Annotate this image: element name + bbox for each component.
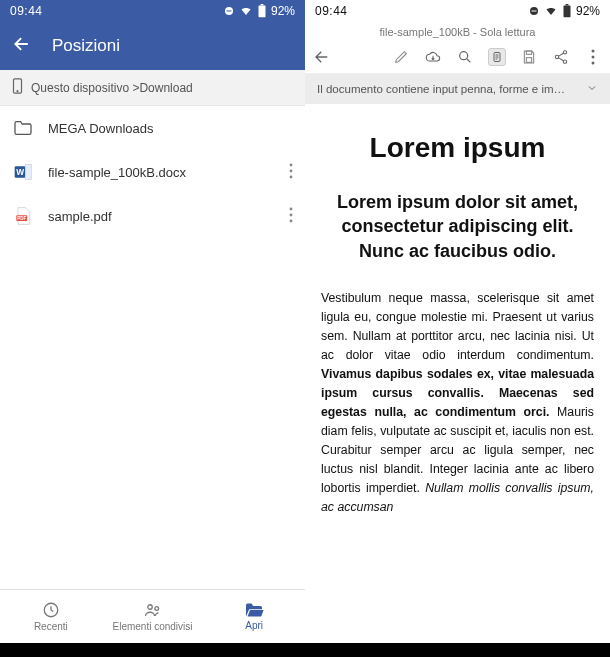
file-list: MEGA Downloads W file-sample_100kB.docx … <box>0 106 305 589</box>
svg-point-16 <box>290 219 293 222</box>
svg-point-35 <box>592 55 595 58</box>
list-item-pdf[interactable]: PDF sample.pdf <box>0 194 305 238</box>
breadcrumb[interactable]: Questo dispositivo >Download <box>0 70 305 106</box>
bottom-nav: Recenti Elementi condivisi Apri <box>0 589 305 643</box>
svg-rect-2 <box>258 5 265 17</box>
svg-point-24 <box>460 51 468 59</box>
battery-percent: 92% <box>576 4 600 18</box>
svg-point-9 <box>290 163 293 166</box>
svg-point-18 <box>147 605 152 610</box>
overflow-icon[interactable] <box>584 48 602 66</box>
wifi-icon <box>239 5 253 17</box>
svg-text:PDF: PDF <box>17 216 26 221</box>
list-item-label: sample.pdf <box>48 209 275 224</box>
more-icon[interactable] <box>289 207 293 226</box>
system-navbar <box>0 643 305 657</box>
battery-icon <box>257 4 267 18</box>
svg-point-15 <box>290 213 293 216</box>
svg-point-34 <box>592 49 595 52</box>
nav-recents[interactable]: Recenti <box>0 590 102 643</box>
device-icon <box>12 78 23 97</box>
svg-point-5 <box>17 91 18 92</box>
word-file-icon: W <box>12 162 34 182</box>
nav-label: Elementi condivisi <box>112 621 192 632</box>
list-item-docx[interactable]: W file-sample_100kB.docx <box>0 150 305 194</box>
svg-rect-1 <box>226 11 231 12</box>
share-icon[interactable] <box>552 48 570 66</box>
folder-icon <box>12 120 34 136</box>
svg-point-11 <box>290 175 293 178</box>
statusbar-time: 09:44 <box>315 4 348 18</box>
svg-rect-3 <box>261 4 264 5</box>
save-icon[interactable] <box>520 48 538 66</box>
dnd-icon <box>528 5 540 17</box>
notice-bar[interactable]: Il documento contiene input penna, forme… <box>305 74 610 104</box>
battery-icon <box>562 4 572 18</box>
svg-rect-22 <box>563 5 570 17</box>
nav-open[interactable]: Apri <box>203 590 305 643</box>
dnd-icon <box>223 5 235 17</box>
appbar: Posizioni <box>0 22 305 70</box>
back-icon[interactable] <box>313 48 331 66</box>
cloud-icon[interactable] <box>424 48 442 66</box>
nav-shared[interactable]: Elementi condivisi <box>102 590 204 643</box>
appbar-title: Posizioni <box>52 36 120 56</box>
breadcrumb-text: Questo dispositivo >Download <box>31 81 193 95</box>
doc-heading-1: Lorem ipsum <box>321 132 594 164</box>
svg-point-10 <box>290 169 293 172</box>
wifi-icon <box>544 5 558 17</box>
edit-icon[interactable] <box>392 48 410 66</box>
chevron-down-icon <box>586 82 598 96</box>
svg-text:W: W <box>16 167 24 177</box>
svg-rect-23 <box>566 4 569 5</box>
doc-paragraph: Vestibulum neque massa, scelerisque sit … <box>321 289 594 518</box>
svg-rect-8 <box>26 165 32 180</box>
svg-rect-21 <box>531 11 536 12</box>
battery-percent: 92% <box>271 4 295 18</box>
doc-heading-2: Lorem ipsum dolor sit amet, consectetur … <box>321 190 594 263</box>
pdf-file-icon: PDF <box>12 206 34 226</box>
back-icon[interactable] <box>12 34 32 58</box>
nav-label: Apri <box>245 620 263 631</box>
svg-point-14 <box>290 207 293 210</box>
more-icon[interactable] <box>289 163 293 182</box>
search-icon[interactable] <box>456 48 474 66</box>
document-title: file-sample_100kB - Sola lettura <box>305 22 610 40</box>
svg-point-36 <box>592 61 595 64</box>
svg-point-19 <box>154 607 158 611</box>
document-body[interactable]: Lorem ipsum Lorem ipsum dolor sit amet, … <box>305 104 610 643</box>
svg-rect-29 <box>526 51 531 54</box>
doc-toolbar <box>305 40 610 74</box>
list-item-label: MEGA Downloads <box>48 121 293 136</box>
mobile-view-icon[interactable] <box>488 48 506 66</box>
list-item-label: file-sample_100kB.docx <box>48 165 275 180</box>
statusbar-time: 09:44 <box>10 4 43 18</box>
nav-label: Recenti <box>34 621 68 632</box>
statusbar-left: 09:44 92% <box>0 0 305 22</box>
statusbar-right: 09:44 92% <box>305 0 610 22</box>
svg-rect-30 <box>526 57 531 62</box>
system-navbar <box>305 643 610 657</box>
list-item-folder[interactable]: MEGA Downloads <box>0 106 305 150</box>
notice-text: Il documento contiene input penna, forme… <box>317 83 565 95</box>
